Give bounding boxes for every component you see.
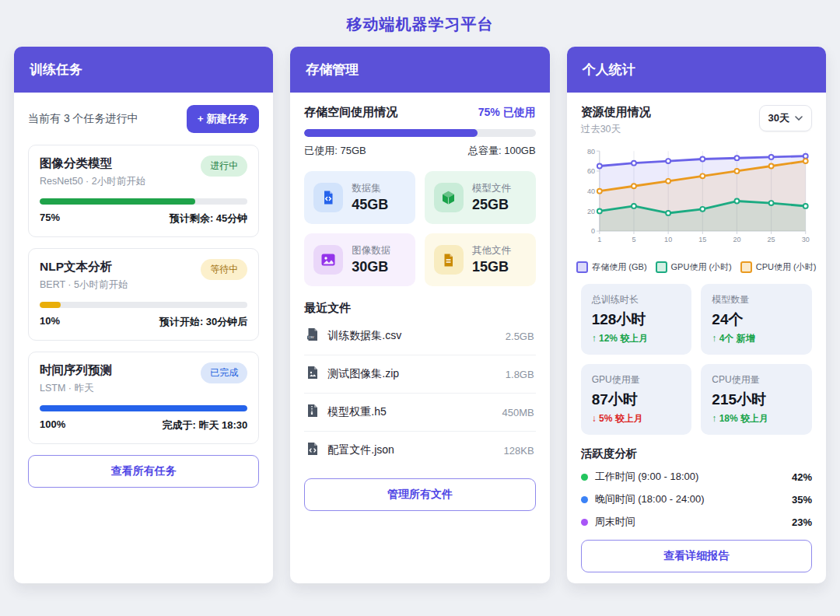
recent-files-title: 最近文件 [304,301,535,316]
task-status-badge: 进行中 [201,156,247,177]
recent-file-list: CSV 训练数据集.csv 2.5GB 测试图像集.zip 1.8GB 模型权重… [304,317,535,469]
file-name: 训练数据集.csv [327,329,497,343]
task-name: NLP文本分析 [40,259,128,275]
task-item[interactable]: 时间序列预测 LSTM · 昨天 已完成 100% 完成于: 昨天 18:30 [28,352,259,444]
chevron-down-icon [795,116,803,121]
task-list: 图像分类模型 ResNet50 · 2小时前开始 进行中 75% 预计剩余: 4… [28,145,259,444]
usage-chart: 020406080151015202530 [581,142,812,261]
activity-row: 晚间时间 (18:00 - 24:00) 35% [581,492,812,506]
file-size: 128KB [504,445,534,457]
file-size: 450MB [502,407,534,418]
chart-legend: 存储使用 (GB) GPU使用 (小时) CPU使用 (小时) [581,261,812,273]
svg-text:1: 1 [597,236,601,243]
file-size: 2.5GB [506,331,534,342]
file-code-icon [306,442,320,459]
task-progress-fill [40,198,195,205]
dataset-file-icon [313,183,343,212]
activity-label: 周末时间 [595,515,785,529]
legend-swatch [656,261,667,273]
stat-tile: GPU使用量 87小时 ↓ 5% 较上月 [581,364,692,435]
task-progress-label: 75% [40,212,60,226]
activity-dot-icon [581,496,588,503]
svg-text:10: 10 [664,236,672,243]
svg-text:5: 5 [632,236,635,243]
storage-category-tile: 其他文件 15GB [425,233,536,286]
legend-swatch [576,261,588,273]
task-meta: ResNet50 · 2小时前开始 [40,175,145,188]
svg-text:15: 15 [698,236,706,243]
file-name: 测试图像集.zip [327,367,497,381]
new-task-button[interactable]: + 新建任务 [187,105,260,133]
file-name: 配置文件.json [327,443,495,457]
storage-category-tile: 模型文件 25GB [425,171,536,224]
file-row[interactable]: CSV 训练数据集.csv 2.5GB [304,317,535,355]
stat-delta: ↑ 4个 新增 [712,332,801,345]
svg-text:30: 30 [801,236,809,243]
file-name: 模型权重.h5 [327,405,494,419]
storage-tile-value: 15GB [472,259,511,275]
model-cube-icon [434,183,464,212]
file-archive-icon [306,404,320,421]
stat-delta: ↑ 18% 较上月 [712,412,801,425]
time-range-value: 30天 [768,111,789,125]
activity-row: 周末时间 23% [581,515,812,529]
svg-text:40: 40 [587,187,595,195]
activity-dot-icon [581,474,588,481]
tasks-summary: 当前有 3 个任务进行中 [28,112,138,126]
activity-label: 工作时间 (9:00 - 18:00) [595,470,785,484]
stat-tile: 模型数量 24个 ↑ 4个 新增 [701,284,812,355]
task-progress-bar [40,302,247,308]
file-size: 1.8GB [506,369,534,380]
task-progress-fill [40,302,61,308]
task-name: 图像分类模型 [40,156,145,172]
storage-tile-grid: 数据集 45GB 模型文件 25GB 图像数据 30GB 其他文件 15GB [304,171,535,286]
task-name: 时间序列预测 [40,362,112,379]
storage-category-tile: 图像数据 30GB [304,233,415,286]
storage-tile-label: 数据集 [352,182,388,195]
task-eta-label: 预计剩余: 45分钟 [170,212,247,226]
stat-label: CPU使用量 [712,373,801,387]
file-row[interactable]: 配置文件.json 128KB [304,432,535,469]
storage-progress-bar [304,129,535,137]
time-range-select[interactable]: 30天 [759,105,812,131]
storage-tile-label: 模型文件 [472,182,511,195]
stat-label: GPU使用量 [592,373,681,387]
task-progress-label: 100% [40,418,65,432]
stat-value: 87小时 [592,390,681,410]
storage-tile-label: 其他文件 [472,244,511,257]
view-report-button[interactable]: 查看详细报告 [581,540,812,572]
activity-value: 23% [792,516,812,528]
training-tasks-card: 训练任务 当前有 3 个任务进行中 + 新建任务 图像分类模型 ResNet50… [14,47,273,583]
image-data-icon [313,245,343,275]
svg-text:20: 20 [587,208,595,215]
stat-label: 模型数量 [712,293,801,306]
storage-tile-value: 25GB [472,197,511,213]
stat-value: 215小时 [712,390,801,410]
card-row: 训练任务 当前有 3 个任务进行中 + 新建任务 图像分类模型 ResNet50… [0,47,840,583]
task-meta: BERT · 5小时前开始 [40,278,128,292]
svg-text:25: 25 [767,236,775,243]
storage-used-label: 已使用: 75GB [304,144,366,158]
training-tasks-card-title: 训练任务 [14,47,273,93]
task-eta-label: 预计开始: 30分钟后 [159,315,247,329]
stat-delta: ↑ 12% 较上月 [592,332,681,345]
storage-usage-title: 存储空间使用情况 [304,105,397,120]
file-row[interactable]: 模型权重.h5 450MB [304,394,535,432]
task-meta: LSTM · 昨天 [40,382,112,395]
stat-tile: 总训练时长 128小时 ↑ 12% 较上月 [581,284,692,355]
stat-tile-grid: 总训练时长 128小时 ↑ 12% 较上月 模型数量 24个 ↑ 4个 新增 G… [581,284,812,435]
task-item[interactable]: 图像分类模型 ResNet50 · 2小时前开始 进行中 75% 预计剩余: 4… [28,145,259,237]
legend-item: 存储使用 (GB) [576,261,646,273]
storage-category-tile: 数据集 45GB [304,171,415,224]
task-item[interactable]: NLP文本分析 BERT · 5小时前开始 等待中 10% 预计开始: 30分钟… [28,248,259,341]
stat-value: 128小时 [592,310,681,330]
task-status-badge: 等待中 [201,259,247,280]
page-title: 移动端机器学习平台 [0,0,840,47]
manage-files-button[interactable]: 管理所有文件 [304,478,535,511]
resource-usage-title: 资源使用情况 [581,105,651,120]
view-all-tasks-button[interactable]: 查看所有任务 [28,455,259,488]
personal-stats-card-title: 个人统计 [567,47,826,93]
storage-tile-value: 30GB [352,259,390,275]
stat-label: 总训练时长 [592,293,681,306]
file-row[interactable]: 测试图像集.zip 1.8GB [304,355,535,394]
